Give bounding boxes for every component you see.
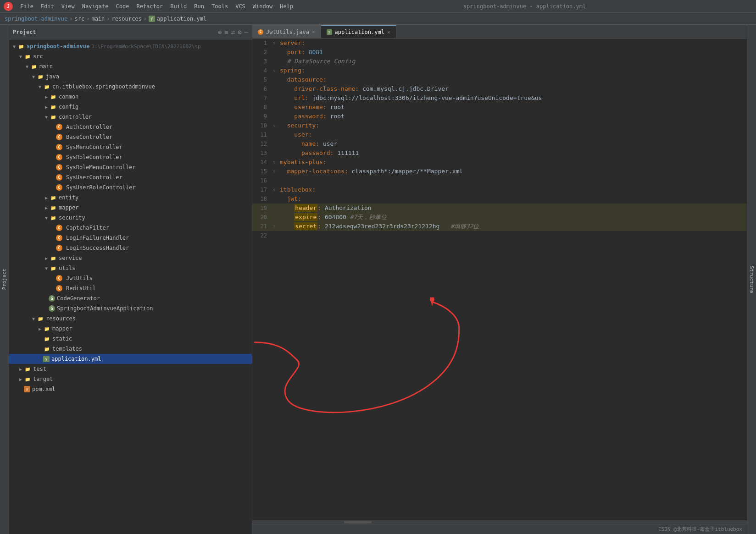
menu-edit[interactable]: Edit: [37, 2, 58, 11]
tree-item-mainapp[interactable]: G SpringbootAdminvueApplication: [9, 303, 252, 314]
tree-label-pomxml: pom.xml: [32, 386, 56, 392]
code-line-15: 15 ▽ mapper-locations: classpath*:/mappe…: [252, 167, 747, 176]
tree-item-utils[interactable]: ▼ 📁 utils: [9, 263, 252, 273]
tree-item-entity[interactable]: ▶ 📁 entity: [9, 193, 252, 203]
tree-item-root[interactable]: ▼ 📁 springboot-adminvue D:\ProgramWorkSp…: [9, 41, 252, 51]
tree-item-jwtutils[interactable]: C JwtUtils: [9, 273, 252, 283]
tree-item-basecontroller[interactable]: C BaseController: [9, 132, 252, 142]
tree-item-sysrolemenu[interactable]: C SysRoleMenuController: [9, 162, 252, 172]
menu-file[interactable]: File: [17, 2, 37, 11]
gutter-15: ▽: [271, 167, 278, 176]
line-num-10: 10: [252, 121, 271, 130]
tree-item-cn[interactable]: ▼ 📁 cn.itbluebox.springbootadminvue: [9, 82, 252, 92]
line-num-15: 15: [252, 167, 271, 176]
folder-icon-root: 📁: [17, 43, 25, 50]
tree-item-java[interactable]: ▼ 📁 java: [9, 72, 252, 82]
tree-item-captcha[interactable]: C CaptchaFilter: [9, 223, 252, 233]
arrow-controller: ▼: [43, 114, 50, 120]
menu-refactor[interactable]: Refactor: [133, 2, 167, 11]
sidebar-icon-settings[interactable]: ⚙: [238, 28, 241, 36]
close-appyml[interactable]: ×: [387, 29, 390, 35]
arrow-main: ▼: [24, 63, 30, 70]
folder-icon-mapper: 📁: [50, 204, 57, 211]
tree-item-src[interactable]: ▼ 📁 src: [9, 51, 252, 61]
tree-item-pomxml[interactable]: x pom.xml: [9, 384, 252, 394]
breadcrumb-project[interactable]: springboot-adminvue: [5, 16, 67, 22]
menu-build[interactable]: Build: [167, 2, 190, 11]
java-icon-redisutil: C: [56, 285, 62, 292]
menu-tools[interactable]: Tools: [208, 2, 232, 11]
tab-label-jwtutils: JwtUtils.java: [266, 29, 309, 35]
sidebar-icon-add[interactable]: ⊕: [218, 28, 222, 36]
tree-item-mapper[interactable]: ▶ 📁 mapper: [9, 203, 252, 213]
tree-item-sysrole[interactable]: C SysRoleController: [9, 152, 252, 162]
tree-label-utils: utils: [59, 265, 75, 271]
tree-label-src: src: [33, 53, 43, 60]
java-icon-sysuserrole: C: [56, 184, 62, 191]
tree-path-root: D:\ProgramWorkSpace\IDEA\20220602\sp: [91, 44, 200, 50]
code-content-18: jwt:: [278, 194, 747, 204]
breadcrumb-main[interactable]: main: [91, 16, 105, 22]
tree-item-loginsuccess[interactable]: C LoginSuccessHandler: [9, 243, 252, 253]
sidebar-icon-sync[interactable]: ⇄: [231, 28, 235, 36]
menu-view[interactable]: View: [58, 2, 78, 11]
tree-item-loginfailure[interactable]: C LoginFailureHandler: [9, 233, 252, 243]
tree-item-static[interactable]: 📁 static: [9, 334, 252, 344]
tree-item-config[interactable]: ▶ 📁 config: [9, 102, 252, 112]
menu-code[interactable]: Code: [112, 2, 133, 11]
arrow-base: [52, 134, 56, 140]
folder-icon-src: 📁: [24, 53, 31, 60]
tab-appyml[interactable]: y application.yml ×: [321, 25, 396, 38]
tree-item-sysuserrole[interactable]: C SysUserRoleController: [9, 182, 252, 193]
line-num-7: 7: [252, 94, 271, 103]
arrow-captcha: [52, 225, 56, 231]
line-num-8: 8: [252, 103, 271, 112]
tree-item-resources[interactable]: ▼ 📁 resources: [9, 314, 252, 324]
menu-window[interactable]: Window: [249, 2, 276, 11]
sidebar-title: Project: [13, 29, 214, 35]
tree-item-templates[interactable]: 📁 templates: [9, 344, 252, 354]
tree-item-common[interactable]: ▶ 📁 common: [9, 92, 252, 102]
tab-jwtutils[interactable]: C JwtUtils.java ×: [252, 25, 321, 38]
code-line-2: 2 ▽ port: 8081: [252, 48, 747, 57]
tree-item-target[interactable]: ▶ 📁 target: [9, 374, 252, 384]
tree-item-security[interactable]: ▼ 📁 security: [9, 213, 252, 223]
gutter-19: ▽: [271, 204, 278, 213]
java-icon-sysrole: C: [56, 154, 62, 160]
tree-item-authcontroller[interactable]: C AuthController: [9, 122, 252, 132]
xml-icon-pom: x: [24, 386, 30, 392]
close-jwtutils[interactable]: ×: [312, 29, 315, 35]
code-content-8: username: root: [278, 103, 747, 112]
java-icon-loginfailure: C: [56, 235, 62, 241]
menu-navigate[interactable]: Navigate: [78, 2, 112, 11]
tree-item-redisutil[interactable]: C RedisUtil: [9, 283, 252, 293]
tree-item-sysuser[interactable]: C SysUserController: [9, 172, 252, 182]
tree-item-test[interactable]: ▶ 📁 test: [9, 364, 252, 374]
tree-item-codegen[interactable]: G CodeGenerator: [9, 293, 252, 303]
sidebar-icon-minimize[interactable]: –: [245, 28, 248, 36]
menu-run[interactable]: Run: [190, 2, 208, 11]
code-content-4: spring:: [278, 66, 747, 75]
sidebar-icon-list[interactable]: ≡: [224, 28, 228, 36]
line-num-17: 17: [252, 185, 271, 194]
tree-item-main[interactable]: ▼ 📁 main: [9, 61, 252, 72]
code-editor[interactable]: 1 ▽ server: 2 ▽ port: 8081 3 # DataSourc…: [252, 39, 747, 520]
menu-vcs[interactable]: VCS: [232, 2, 249, 11]
tree-item-appyml[interactable]: y application.yml: [9, 354, 252, 364]
code-content-14: mybatis-plus:: [278, 158, 747, 167]
tree-item-service[interactable]: ▶ 📁 service: [9, 253, 252, 263]
menu-help[interactable]: Help: [276, 2, 297, 11]
breadcrumb-file[interactable]: application.yml: [157, 16, 206, 22]
project-tab[interactable]: Project: [0, 25, 9, 534]
breadcrumb-src[interactable]: src: [75, 16, 85, 22]
tree-item-sysmenu[interactable]: C SysMenuController: [9, 142, 252, 152]
svg-point-1: [430, 297, 434, 302]
folder-icon-target: 📁: [24, 375, 31, 383]
line-num-9: 9: [252, 112, 271, 121]
tree-item-res-mapper[interactable]: ▶ 📁 mapper: [9, 324, 252, 334]
tree-item-controller[interactable]: ▼ 📁 controller: [9, 112, 252, 122]
scrollbar-thumb[interactable]: [344, 521, 372, 523]
structure-tab[interactable]: Structure: [747, 25, 756, 534]
scrollbar-horizontal[interactable]: [252, 520, 747, 524]
breadcrumb-resources[interactable]: resources: [112, 16, 142, 22]
